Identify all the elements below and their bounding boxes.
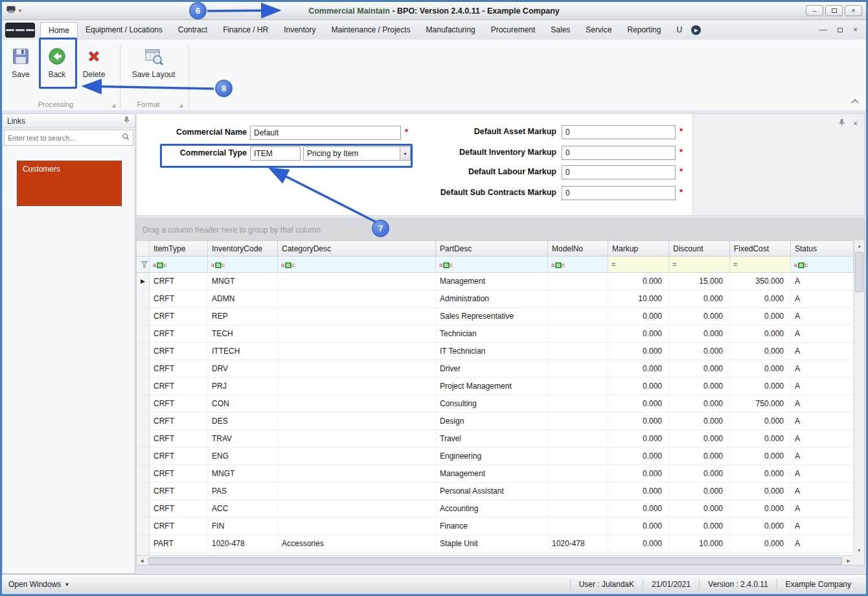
row-indicator[interactable] [137,343,150,360]
markup-input-0[interactable]: 0 [562,125,676,139]
row-indicator[interactable] [137,378,150,395]
cell-modelno[interactable] [548,290,608,308]
open-windows-button[interactable]: Open Windows ▼ [8,580,69,589]
pin-icon[interactable] [123,116,130,126]
cell-categorydesc[interactable] [278,308,436,325]
cell-categorydesc[interactable] [278,430,436,448]
tab-finance-hr[interactable]: Finance / HR [215,22,276,38]
tab-maintenance-projects[interactable]: Maintenance / Projects [324,22,418,38]
abc-filter-icon[interactable]: aBc [436,257,548,273]
cell-partdesc[interactable]: Sales Representative [436,308,548,325]
minimize-button[interactable]: – [806,5,823,16]
cell-status[interactable]: A [791,378,854,395]
cell-partdesc[interactable]: IT Technician [436,343,548,360]
ribbon-scroll-icon[interactable]: ▶ [691,25,701,35]
quick-access-dropdown-icon[interactable]: ▾ [19,8,21,14]
cell-partdesc[interactable]: Consulting [436,395,548,413]
tab-equipment-locations[interactable]: Equipment / Locations [78,22,170,38]
cell-discount[interactable]: 0.000 [669,378,730,395]
cell-inventorycode[interactable]: TRAV [208,430,278,448]
cell-partdesc[interactable]: Staple Unit [436,535,548,553]
horizontal-scroll-thumb[interactable] [148,557,842,565]
cell-status[interactable]: A [791,273,854,290]
cell-markup[interactable]: 0.000 [608,360,669,378]
table-row[interactable]: CRFTPASPersonal Assistant0.0000.0000.000… [137,483,854,500]
column-header-status[interactable]: Status [791,240,854,257]
cell-status[interactable]: A [791,325,854,343]
row-indicator[interactable] [137,500,150,518]
cell-discount[interactable]: 0.000 [669,518,730,535]
group-by-hint[interactable]: Drag a column header here to group by th… [137,219,864,240]
cell-status[interactable]: A [791,483,854,500]
cell-status[interactable]: A [791,465,854,483]
row-indicator[interactable] [137,465,150,483]
cell-discount[interactable]: 0.000 [669,465,730,483]
cell-itemtype[interactable]: CRFT [150,395,208,413]
cell-modelno[interactable] [548,360,608,378]
cell-markup[interactable]: 0.000 [608,500,669,518]
cell-fixedcost[interactable]: 350.000 [730,273,791,290]
cell-markup[interactable]: 0.000 [608,518,669,535]
cell-inventorycode[interactable]: ITTECH [208,343,278,360]
row-indicator[interactable] [137,325,150,343]
equals-filter-icon[interactable]: = [608,257,669,273]
abc-filter-icon[interactable]: aBc [548,257,608,273]
cell-inventorycode[interactable]: TECH [208,325,278,343]
cell-categorydesc[interactable] [278,343,436,360]
cell-modelno[interactable] [548,413,608,430]
cell-discount[interactable]: 15.000 [669,273,730,290]
row-indicator[interactable] [137,518,150,535]
cell-inventorycode[interactable]: ENG [208,448,278,465]
cell-partdesc[interactable]: Driver [436,360,548,378]
tab-u[interactable]: U [668,22,690,38]
maximize-button[interactable] [825,5,843,16]
cell-inventorycode[interactable]: ACC [208,500,278,518]
cell-discount[interactable]: 0.000 [669,360,730,378]
cell-markup[interactable]: 0.000 [608,413,669,430]
cell-partdesc[interactable]: Finance [436,518,548,535]
table-row[interactable]: CRFTMNGTManagement0.0000.0000.000A [137,465,854,483]
cell-categorydesc[interactable]: Accessories [278,535,436,553]
markup-input-1[interactable]: 0 [562,146,676,160]
equals-filter-icon[interactable]: = [669,257,730,273]
tab-reporting[interactable]: Reporting [619,22,668,38]
table-row[interactable]: CRFTTRAVTravel0.0000.0000.000A [137,430,854,448]
app-menu-button[interactable] [5,23,35,38]
cell-categorydesc[interactable] [278,378,436,395]
cell-fixedcost[interactable]: 0.000 [730,360,791,378]
cell-fixedcost[interactable]: 0.000 [730,518,791,535]
cell-fixedcost[interactable]: 0.000 [730,448,791,465]
cell-fixedcost[interactable]: 0.000 [730,325,791,343]
row-indicator[interactable] [137,290,150,308]
cell-fixedcost[interactable]: 0.000 [730,378,791,395]
cell-status[interactable]: A [791,535,854,553]
filter-icon[interactable] [137,257,150,273]
child-close-icon[interactable]: × [853,25,858,34]
dialog-launcher-icon[interactable]: ◢ [179,103,183,108]
cell-status[interactable]: A [791,518,854,535]
cell-categorydesc[interactable] [278,290,436,308]
abc-filter-icon[interactable]: aBc [791,257,854,273]
cell-modelno[interactable] [548,518,608,535]
markup-input-2[interactable]: 0 [562,165,676,179]
table-row[interactable]: CRFTTECHTechnician0.0000.0000.000A [137,325,854,343]
tab-contract[interactable]: Contract [170,22,215,38]
cell-markup[interactable]: 0.000 [608,395,669,413]
pin-icon[interactable] [838,119,845,128]
cell-itemtype[interactable]: CRFT [150,518,208,535]
cell-partdesc[interactable]: Management [436,465,548,483]
cell-markup[interactable]: 10.000 [608,290,669,308]
column-header-itemtype[interactable]: ItemType [150,240,208,257]
cell-modelno[interactable] [548,395,608,413]
tab-sales[interactable]: Sales [543,22,578,38]
search-input[interactable] [8,134,122,142]
tab-manufacturing[interactable]: Manufacturing [418,22,483,38]
tab-service[interactable]: Service [578,22,619,38]
cell-modelno[interactable] [548,465,608,483]
cell-inventorycode[interactable]: PRJ [208,378,278,395]
cell-discount[interactable]: 0.000 [669,448,730,465]
cell-inventorycode[interactable]: 1020-478 [208,535,278,553]
cell-categorydesc[interactable] [278,273,436,290]
table-row[interactable]: ▶CRFTMNGTManagement0.00015.000350.000A [137,273,854,290]
cell-partdesc[interactable]: Design [436,413,548,430]
